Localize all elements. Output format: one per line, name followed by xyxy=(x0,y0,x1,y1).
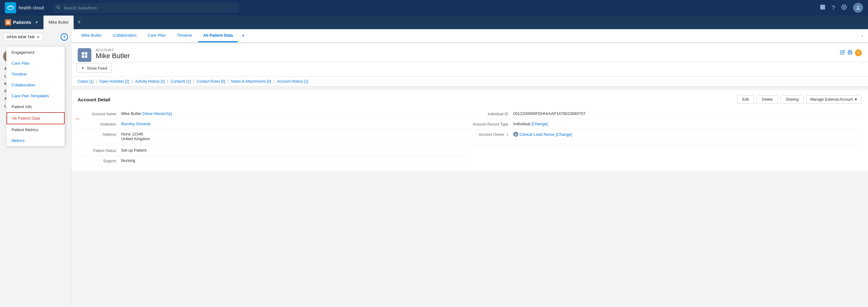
grid-apps-icon[interactable] xyxy=(820,4,826,11)
menu-item-care-plan[interactable]: Care Plan xyxy=(6,58,65,69)
tab-all-patient-data[interactable]: All Patient Data xyxy=(198,29,238,42)
svg-point-12 xyxy=(843,6,845,8)
manage-external-arrow: ▼ xyxy=(854,97,858,102)
links-bar: Cases [1] | Open Activities [2] | Activi… xyxy=(71,77,868,86)
record-header-actions: ? xyxy=(840,50,862,56)
link-activity-history[interactable]: Activity History [2] xyxy=(135,79,165,84)
change-owner-link[interactable]: [Change] xyxy=(556,132,572,137)
show-feed-button[interactable]: ✦ Show Feed xyxy=(76,63,112,73)
help-icon[interactable]: ? xyxy=(832,4,835,11)
manage-external-button[interactable]: Manage External Account ▼ xyxy=(806,95,862,104)
svg-rect-9 xyxy=(820,8,822,9)
svg-rect-15 xyxy=(7,22,9,22)
menu-item-patient-metrics[interactable]: Patient Metrics xyxy=(6,124,65,135)
svg-line-2 xyxy=(59,8,60,9)
change-record-type-link[interactable]: [Change] xyxy=(532,122,548,126)
label-address: Address xyxy=(78,132,121,137)
menu-item-care-plan-templates[interactable]: Care Plan Templates xyxy=(6,90,65,101)
tab-chevron-icon[interactable]: › xyxy=(862,33,863,38)
tab-care-plan[interactable]: Care Plan xyxy=(143,29,171,42)
tab-bar: Mike Butler Collaboration Care Plan Time… xyxy=(71,29,868,43)
svg-rect-21 xyxy=(849,53,851,54)
svg-rect-20 xyxy=(85,55,87,58)
tab-mike-butler[interactable]: Mike Butler xyxy=(76,29,106,42)
value-individual-id: 0012200000FDHHrAAP1478015069707 xyxy=(513,111,862,116)
print-icon[interactable] xyxy=(847,50,852,56)
sidebar-help-button[interactable]: ? xyxy=(61,33,68,41)
detail-row-address: Address None 12345United Kingdom xyxy=(78,129,470,144)
value-address: None 12345United Kingdom xyxy=(121,132,470,141)
search-input[interactable] xyxy=(53,3,239,13)
sep-6: | xyxy=(274,79,275,84)
label-institution: Institution xyxy=(78,122,121,126)
label-account-name: Account Name xyxy=(78,111,121,116)
show-feed-area: ✦ Show Feed xyxy=(71,62,868,77)
tab-collaboration[interactable]: Collaboration xyxy=(108,29,142,42)
record-header-left: Account Mike Butler xyxy=(78,48,130,62)
sep-4: | xyxy=(193,79,194,84)
open-new-tab-button[interactable]: OPEN NEW TAB ▼ xyxy=(3,33,43,41)
settings-icon[interactable] xyxy=(841,4,847,11)
tab-timeline[interactable]: Timeline xyxy=(172,29,197,42)
mike-butler-tab[interactable]: Mike Butler xyxy=(43,16,74,29)
user-avatar[interactable] xyxy=(853,3,863,13)
detail-row-institution: Institution Burnley General xyxy=(78,119,470,129)
link-account-history[interactable]: Account History [1] xyxy=(277,79,309,84)
app-name: health cloud xyxy=(19,5,44,10)
menu-item-timeline[interactable]: Timeline xyxy=(6,69,65,80)
open-new-tab-label: OPEN NEW TAB xyxy=(6,35,35,39)
svg-rect-17 xyxy=(82,52,84,55)
edit-pencil-icon[interactable] xyxy=(840,50,845,56)
view-hierarchy-link[interactable]: [View Hierarchy] xyxy=(143,111,172,116)
patients-icon xyxy=(5,19,11,26)
owner-info-icon[interactable]: ℹ xyxy=(507,132,508,137)
account-detail-section: Account Detail Edit Delete Sharing Manag… xyxy=(71,90,868,171)
detail-row-record-type: Account Record Type Individual [Change] xyxy=(470,119,862,129)
search-icon xyxy=(56,5,60,10)
main-content: Mike Butler Collaboration Care Plan Time… xyxy=(71,29,868,307)
open-new-tab-arrow: ▼ xyxy=(37,35,40,39)
svg-rect-19 xyxy=(82,55,84,58)
link-contact-roles[interactable]: Contact Roles [0] xyxy=(197,79,225,84)
menu-item-all-patient-data[interactable]: All Patient Data → xyxy=(6,112,65,124)
institution-link[interactable]: Burnley General xyxy=(121,122,150,126)
link-contacts[interactable]: Contacts [1] xyxy=(170,79,190,84)
delete-button[interactable]: Delete xyxy=(756,95,778,104)
main-layout: OPEN NEW TAB ▼ ? AGENT/GU... LANGUAG... … xyxy=(0,29,868,307)
sidebar: OPEN NEW TAB ▼ ? AGENT/GU... LANGUAG... … xyxy=(0,29,71,307)
detail-right-column: Individual ID 0012200000FDHHrAAP14780150… xyxy=(470,109,862,144)
svg-rect-3 xyxy=(820,5,822,6)
sub-navigation: Patients ▼ Mike Butler + xyxy=(0,16,868,29)
help-orange-icon[interactable]: ? xyxy=(855,50,862,56)
menu-item-metrics[interactable]: Metrics xyxy=(6,135,65,146)
sharing-button[interactable]: Sharing xyxy=(780,95,804,104)
link-notes-attachments[interactable]: Notes & Attachments [0] xyxy=(231,79,271,84)
menu-item-engagement[interactable]: Engagement xyxy=(6,47,65,58)
value-owner: Clinical Lead Nurse [Change] xyxy=(513,132,862,137)
svg-point-22 xyxy=(515,133,516,134)
link-open-activities[interactable]: Open Activities [2] xyxy=(99,79,129,84)
patients-dropdown-arrow[interactable]: ▼ xyxy=(35,20,38,25)
menu-item-patient-info[interactable]: Patient Info xyxy=(6,101,65,112)
patient-fields-section: Patient Status Set up Patient Support Nu… xyxy=(78,145,862,166)
svg-point-13 xyxy=(857,6,859,8)
sep-2: | xyxy=(132,79,133,84)
menu-item-collaboration[interactable]: Collaboration xyxy=(6,80,65,90)
record-icon xyxy=(78,48,91,62)
record-header: Account Mike Butler ? xyxy=(71,43,868,62)
feed-icon: ✦ xyxy=(81,66,85,70)
owner-name-link[interactable]: Clinical Lead Nurse xyxy=(520,132,555,137)
svg-rect-6 xyxy=(820,6,822,8)
patients-nav-item[interactable]: Patients ▼ xyxy=(5,19,38,26)
label-individual-id: Individual ID xyxy=(470,111,513,116)
tab-add-button[interactable]: + xyxy=(239,33,247,39)
value-record-type: Individual [Change] xyxy=(513,122,862,126)
logo-area: health cloud xyxy=(5,2,44,13)
link-cases[interactable]: Cases [1] xyxy=(78,79,94,84)
sidebar-dropdown-menu: Engagement Care Plan Timeline Collaborat… xyxy=(6,47,65,146)
add-tab-button[interactable]: + xyxy=(74,19,85,26)
sep-1: | xyxy=(96,79,97,84)
svg-point-1 xyxy=(57,6,59,8)
edit-button[interactable]: Edit xyxy=(737,95,754,104)
section-title: Account Detail xyxy=(78,97,110,102)
